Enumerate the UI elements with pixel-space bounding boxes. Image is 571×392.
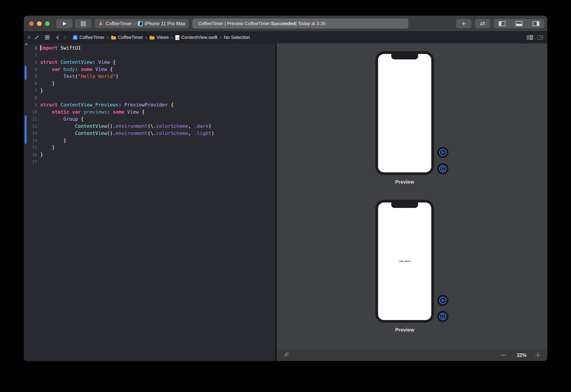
minimize-window-button[interactable] xyxy=(37,21,42,26)
code-text: struct ContentView: View { xyxy=(40,58,116,66)
preview-on-device-button[interactable] xyxy=(437,163,449,174)
code-line[interactable]: 2 xyxy=(24,52,276,58)
swap-arrows-icon xyxy=(480,21,486,26)
run-button[interactable] xyxy=(56,19,73,28)
play-circle-icon xyxy=(438,296,447,305)
zoom-out-button[interactable] xyxy=(500,352,508,358)
line-number[interactable]: 2 xyxy=(24,52,37,58)
live-preview-button[interactable] xyxy=(437,295,449,306)
related-items-button[interactable] xyxy=(43,34,51,41)
breadcrumb-item[interactable]: No Selection xyxy=(224,35,250,40)
preview-on-device-button[interactable] xyxy=(437,311,449,322)
code-text: ContentView().environment(\.colorScheme,… xyxy=(40,130,214,137)
breadcrumb-item[interactable]: Views xyxy=(149,35,169,40)
jump-bar: CoffeeTimer›CoffeeTimer›Views›ContentVie… xyxy=(24,31,547,43)
canvas-bottom-bar: 32% xyxy=(276,349,547,361)
code-line[interactable]: 1import SwiftUI xyxy=(24,44,276,52)
code-text: Group { xyxy=(40,115,84,123)
library-button[interactable] xyxy=(456,19,471,28)
activity-status-bar: CoffeeTimer | Preview CoffeeTimer: Succe… xyxy=(193,19,408,28)
go-back-button[interactable] xyxy=(54,34,61,41)
add-editor-icon xyxy=(537,35,543,40)
close-icon xyxy=(27,35,31,40)
play-circle-icon xyxy=(438,148,447,157)
toggle-navigator-button[interactable] xyxy=(494,19,511,28)
line-number[interactable]: 10 xyxy=(24,108,37,115)
line-number[interactable]: 7 xyxy=(24,87,37,94)
line-number[interactable]: 6 xyxy=(24,80,37,87)
preview-device-dark[interactable] xyxy=(375,51,434,175)
code-line[interactable]: 12 ContentView().environment(\.colorSche… xyxy=(24,123,276,130)
zoom-in-button[interactable] xyxy=(534,352,542,358)
live-preview-button[interactable] xyxy=(437,147,449,158)
swift-file-icon xyxy=(175,35,180,40)
change-bar xyxy=(25,115,27,144)
code-line[interactable]: 10 static var previews: some View { xyxy=(24,108,276,115)
related-items-grid-icon xyxy=(45,35,50,40)
code-line[interactable]: 17 xyxy=(24,158,276,165)
breadcrumb-label: No Selection xyxy=(224,35,250,40)
go-forward-button[interactable] xyxy=(61,34,69,41)
jumpbar-right-divider xyxy=(535,34,535,41)
code-line[interactable]: 8 xyxy=(24,94,276,101)
code-text: } xyxy=(40,137,66,144)
toggle-debug-area-button[interactable] xyxy=(511,19,527,28)
code-line[interactable]: 4 var body: some View { xyxy=(24,66,276,73)
status-text-left: CoffeeTimer | Preview CoffeeTimer: xyxy=(198,21,271,26)
preview-device-light[interactable]: Hello World xyxy=(375,200,434,323)
code-text: } xyxy=(40,144,55,151)
code-line[interactable]: 15 } xyxy=(24,144,276,151)
chevron-right-icon xyxy=(63,35,67,40)
left-panel-icon xyxy=(498,21,506,26)
pin-preview-button[interactable] xyxy=(282,351,289,359)
code-line[interactable]: 9struct ContentView_Previews: PreviewPro… xyxy=(24,101,276,108)
scheme-project-label: CoffeeTimer xyxy=(105,21,132,27)
close-window-button[interactable] xyxy=(29,21,34,26)
code-line[interactable]: 11 Group { xyxy=(24,115,276,123)
line-number[interactable]: 16 xyxy=(24,151,37,158)
toggle-inspector-button[interactable] xyxy=(528,19,544,28)
line-number[interactable]: 15 xyxy=(24,144,37,151)
code-review-button[interactable] xyxy=(475,19,490,28)
code-text: } xyxy=(40,80,55,87)
close-editor-button[interactable] xyxy=(25,34,33,41)
preview-screen-dark[interactable] xyxy=(378,54,431,172)
line-number[interactable]: 3 xyxy=(24,58,37,66)
folder-icon xyxy=(149,35,155,40)
code-line[interactable]: 16} xyxy=(24,151,276,158)
preview-screen-light[interactable]: Hello World xyxy=(378,202,431,320)
source-editor[interactable]: 1import SwiftUI23struct ContentView: Vie… xyxy=(24,43,276,361)
stop-icon xyxy=(81,21,86,26)
line-number[interactable]: 9 xyxy=(24,101,37,108)
minimize-editor-button[interactable] xyxy=(33,34,40,41)
code-line[interactable]: 5 Text("Hello World") xyxy=(24,73,276,80)
code-line[interactable]: 7} xyxy=(24,87,276,94)
scheme-selector[interactable]: CoffeeTimer › iPhone 11 Pro Max xyxy=(95,19,189,28)
editor-options-icon xyxy=(526,35,533,40)
line-number[interactable]: 1 xyxy=(24,44,37,52)
bottom-panel-icon xyxy=(515,21,523,26)
scheme-chevron: › xyxy=(134,21,135,27)
right-panel-icon xyxy=(532,21,540,26)
stop-button[interactable] xyxy=(75,19,91,28)
add-editor-button[interactable] xyxy=(536,34,544,41)
code-text: static var previews: some View { xyxy=(40,108,145,115)
breadcrumb: CoffeeTimer›CoffeeTimer›Views›ContentVie… xyxy=(73,34,250,41)
line-number[interactable]: 17 xyxy=(24,158,37,165)
editor-options-button[interactable] xyxy=(526,34,534,41)
app-scheme-icon xyxy=(98,21,104,26)
code-lines: 1import SwiftUI23struct ContentView: Vie… xyxy=(24,43,276,165)
breadcrumb-item[interactable]: CoffeeTimer xyxy=(73,35,105,40)
code-text: var body: some View { xyxy=(40,66,113,73)
code-line[interactable]: 14 } xyxy=(24,137,276,144)
zoom-level: 32% xyxy=(512,349,531,361)
preview-screen-text: Hello World xyxy=(378,260,431,263)
zoom-window-button[interactable] xyxy=(45,21,50,26)
code-line[interactable]: 3struct ContentView: View { xyxy=(24,58,276,66)
line-number[interactable]: 8 xyxy=(24,94,37,101)
breadcrumb-item[interactable]: ContentView.swift xyxy=(175,35,217,40)
code-line[interactable]: 6 } xyxy=(24,80,276,87)
breadcrumb-separator: › xyxy=(107,34,109,41)
breadcrumb-item[interactable]: CoffeeTimer xyxy=(111,35,143,40)
code-line[interactable]: 13 ContentView().environment(\.colorSche… xyxy=(24,130,276,137)
